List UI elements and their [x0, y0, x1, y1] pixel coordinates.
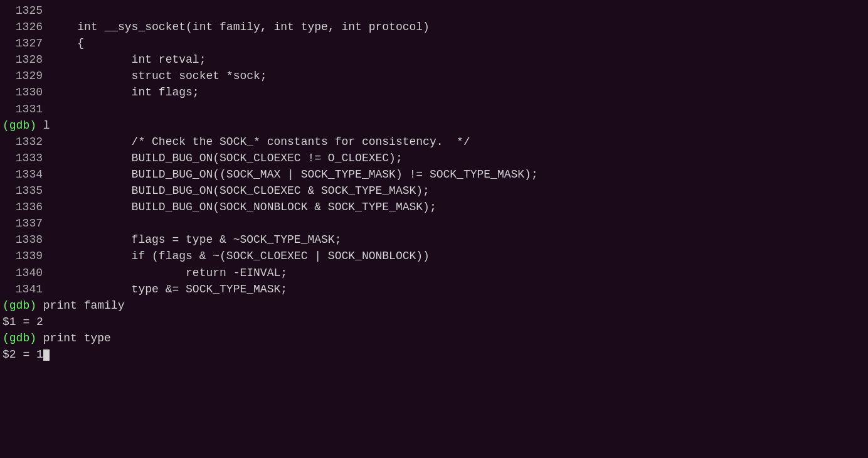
- line-number: 1333: [0, 150, 50, 166]
- code-line: 1330 int flags;: [0, 84, 868, 100]
- line-content: return -EINVAL;: [50, 265, 868, 281]
- gdb-prompt-line: (gdb) print type: [0, 330, 868, 346]
- line-number: 1341: [0, 281, 50, 297]
- line-content: {: [50, 35, 868, 51]
- line-number: 1326: [0, 19, 50, 35]
- line-number: 1325: [0, 3, 50, 19]
- code-line: 1334 BUILD_BUG_ON((SOCK_MAX | SOCK_TYPE_…: [0, 166, 868, 183]
- code-line: 1327 {: [0, 35, 868, 51]
- gdb-output-cursor-line: $2 = 1: [0, 346, 868, 363]
- line-content: int __sys_socket(int family, int type, i…: [50, 19, 868, 35]
- line-number: 1335: [0, 183, 50, 199]
- line-content: type &= SOCK_TYPE_MASK;: [50, 281, 868, 297]
- code-line: 1341 type &= SOCK_TYPE_MASK;: [0, 281, 868, 297]
- line-number: 1340: [0, 265, 50, 281]
- code-line: 1339 if (flags & ~(SOCK_CLOEXEC | SOCK_N…: [0, 248, 868, 264]
- line-content: BUILD_BUG_ON(SOCK_CLOEXEC != O_CLOEXEC);: [50, 150, 868, 166]
- code-line: 1326 int __sys_socket(int family, int ty…: [0, 19, 868, 35]
- terminal-cursor: [43, 349, 50, 361]
- code-line: 1328 int retval;: [0, 51, 868, 68]
- line-content: int retval;: [50, 51, 868, 68]
- line-number: 1330: [0, 84, 50, 100]
- line-number: 1338: [0, 232, 50, 248]
- line-number: 1332: [0, 134, 50, 150]
- line-content: flags = type & ~SOCK_TYPE_MASK;: [50, 232, 868, 248]
- code-line: 1331: [0, 101, 868, 117]
- code-line: 1340 return -EINVAL;: [0, 265, 868, 281]
- line-number: 1339: [0, 248, 50, 264]
- code-line: 1336 BUILD_BUG_ON(SOCK_NONBLOCK & SOCK_T…: [0, 199, 868, 215]
- line-number: 1337: [0, 215, 50, 232]
- line-number: 1334: [0, 166, 50, 183]
- gdb-output-line: $1 = 2: [0, 314, 868, 330]
- code-line: 1338 flags = type & ~SOCK_TYPE_MASK;: [0, 232, 868, 248]
- line-number: 1329: [0, 68, 50, 84]
- code-line: 1329 struct socket *sock;: [0, 68, 868, 84]
- line-content: struct socket *sock;: [50, 68, 868, 84]
- code-line: 1337: [0, 215, 868, 232]
- code-line: 1333 BUILD_BUG_ON(SOCK_CLOEXEC != O_CLOE…: [0, 150, 868, 166]
- code-line: 1325: [0, 3, 868, 19]
- line-content: BUILD_BUG_ON(SOCK_NONBLOCK & SOCK_TYPE_M…: [50, 199, 868, 215]
- line-content: BUILD_BUG_ON(SOCK_CLOEXEC & SOCK_TYPE_MA…: [50, 183, 868, 199]
- line-content: if (flags & ~(SOCK_CLOEXEC | SOCK_NONBLO…: [50, 248, 868, 264]
- line-number: 1331: [0, 101, 50, 117]
- line-number: 1328: [0, 51, 50, 68]
- line-content: int flags;: [50, 84, 868, 100]
- line-number: 1336: [0, 199, 50, 215]
- gdb-prompt-line: (gdb) print family: [0, 297, 868, 314]
- line-content: BUILD_BUG_ON((SOCK_MAX | SOCK_TYPE_MASK)…: [50, 166, 868, 183]
- terminal-window: 13251326 int __sys_socket(int family, in…: [0, 0, 868, 458]
- line-content: /* Check the SOCK_* constants for consis…: [50, 134, 868, 150]
- code-line: 1332 /* Check the SOCK_* constants for c…: [0, 134, 868, 150]
- gdb-prompt-line: (gdb) l: [0, 117, 868, 134]
- code-view: 13251326 int __sys_socket(int family, in…: [0, 0, 868, 365]
- code-line: 1335 BUILD_BUG_ON(SOCK_CLOEXEC & SOCK_TY…: [0, 183, 868, 199]
- line-number: 1327: [0, 35, 50, 51]
